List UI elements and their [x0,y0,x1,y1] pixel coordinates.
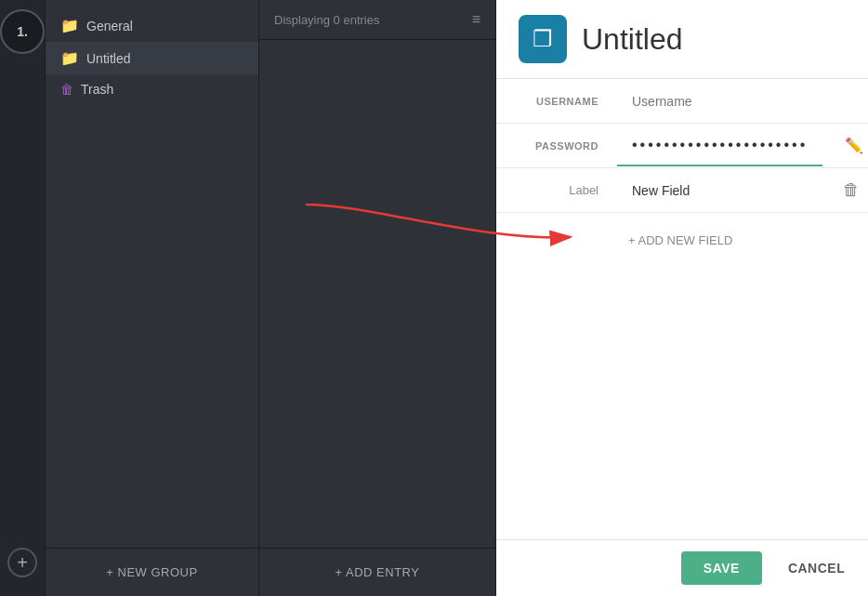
cancel-label: CANCEL [788,561,845,576]
folder-item-trash[interactable]: 🗑 Trash [46,74,258,104]
new-group-label: + NEW GROUP [106,565,197,579]
folder-bottom: + NEW GROUP [46,548,258,596]
save-label: SAVE [704,561,740,576]
password-value: •••••••••••••••••••••• [617,126,822,165]
cancel-button[interactable]: CANCEL [773,551,860,585]
save-button[interactable]: SAVE [681,551,762,585]
add-vault-icon: + [17,552,28,574]
entry-title[interactable]: Untitled [582,22,683,57]
avatar-label: 1. [17,24,28,39]
custom-field-value[interactable]: New Field [617,172,828,209]
password-row: PASSWORD •••••••••••••••••••••• ✏️ [496,124,868,168]
trash-icon: 🗑 [60,82,73,97]
entries-header: Displaying 0 entries ≡ [259,0,495,40]
folder-label-trash: Trash [81,82,113,97]
password-label: PASSWORD [496,129,617,163]
username-input[interactable] [617,83,868,120]
entries-count: Displaying 0 entries [274,13,379,27]
folder-list: 📁 General 📁 Untitled 🗑 Trash [46,0,258,548]
add-entry-button[interactable]: + ADD ENTRY [269,558,486,587]
detail-panel: ❐ Untitled USERNAME PASSWORD •••••••••••… [496,0,868,596]
entries-panel: Displaying 0 entries ≡ + ADD ENTRY [259,0,496,596]
password-value-wrapper: •••••••••••••••••••••• [617,126,822,166]
add-vault-button[interactable]: + [7,548,37,577]
entries-list [259,40,495,548]
folder-item-general[interactable]: 📁 General [46,9,258,42]
add-field-button[interactable]: + ADD NEW FIELD [617,228,743,253]
password-edit-icon[interactable]: ✏️ [834,137,868,154]
add-field-label: + ADD NEW FIELD [628,233,732,247]
detail-bottom: SAVE CANCEL [496,539,868,596]
detail-header: ❐ Untitled [496,0,868,79]
entries-bottom: + ADD ENTRY [259,548,495,596]
entry-icon: ❐ [519,15,567,63]
custom-field-label: Label [496,172,617,208]
folder-panel: 📁 General 📁 Untitled 🗑 Trash + NEW GROUP [46,0,259,596]
folder-item-untitled[interactable]: 📁 Untitled [46,42,258,74]
custom-field-delete-icon[interactable]: 🗑 [828,180,868,200]
folder-label-general: General [86,19,133,33]
folder-label-untitled: Untitled [86,51,130,66]
vault-avatar[interactable]: 1. [0,9,45,54]
folder-icon-untitled: 📁 [60,49,79,67]
username-label: USERNAME [496,85,617,118]
sidebar: 1. + [0,0,46,596]
filter-icon[interactable]: ≡ [472,11,480,28]
custom-field-row: Label New Field 🗑 [496,168,868,213]
folder-icon-general: 📁 [60,17,79,34]
detail-fields: USERNAME PASSWORD ••••••••••••••••••••••… [496,79,868,539]
username-row: USERNAME [496,79,868,124]
add-entry-label: + ADD ENTRY [335,565,420,579]
add-field-row: + ADD NEW FIELD [496,213,868,268]
new-group-button[interactable]: + NEW GROUP [55,558,249,587]
entry-icon-symbol: ❐ [533,26,553,52]
